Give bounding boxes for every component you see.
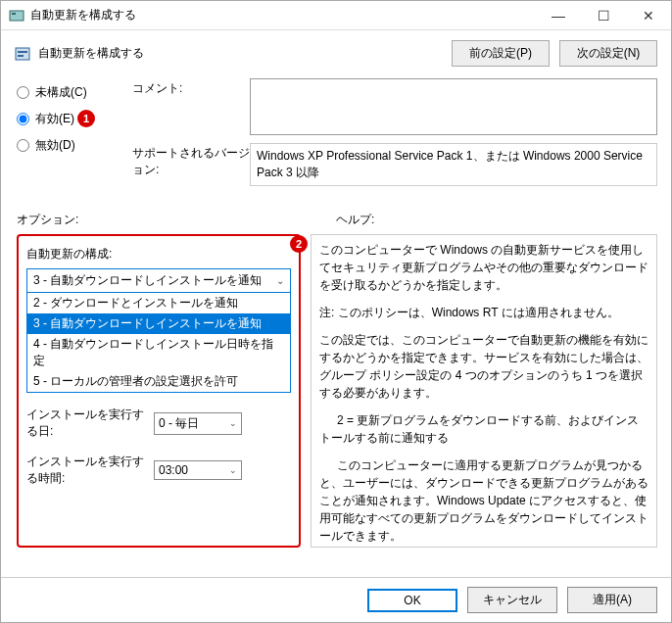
svg-rect-4 — [18, 55, 24, 57]
window-title: 自動更新を構成する — [30, 7, 536, 24]
combo-dropdown-list: 2 - ダウンロードとインストールを通知 3 - 自動ダウンロードしインストール… — [27, 292, 290, 392]
next-setting-button[interactable]: 次の設定(N) — [559, 40, 657, 67]
minimize-button[interactable]: — — [536, 1, 581, 30]
radio-not-configured-input[interactable] — [17, 86, 29, 99]
comment-label: コメント: — [132, 78, 250, 135]
help-text: 注: このポリシーは、Windows RT には適用されません。 — [319, 304, 648, 321]
titlebar: 自動更新を構成する — ☐ ✕ — [1, 1, 671, 30]
cancel-button[interactable]: キャンセル — [467, 587, 557, 613]
close-button[interactable]: ✕ — [626, 1, 671, 30]
combo-selected-value[interactable]: 3 - 自動ダウンロードしインストールを通知 ⌄ — [27, 269, 290, 292]
prev-setting-button[interactable]: 前の設定(P) — [452, 40, 550, 67]
apply-button[interactable]: 適用(A) — [567, 587, 657, 613]
ok-button[interactable]: OK — [367, 589, 457, 612]
radio-enabled-input[interactable] — [17, 113, 29, 125]
maximize-button[interactable]: ☐ — [581, 1, 626, 30]
combo-item[interactable]: 3 - 自動ダウンロードしインストールを通知 — [27, 313, 290, 334]
combo-item[interactable]: 5 - ローカルの管理者の設定選択を許可 — [27, 371, 290, 392]
auto-update-config-combo[interactable]: 3 - 自動ダウンロードしインストールを通知 ⌄ 2 - ダウンロードとインスト… — [26, 268, 291, 393]
svg-rect-2 — [16, 48, 29, 60]
svg-rect-3 — [18, 51, 27, 53]
chevron-down-icon: ⌄ — [229, 465, 237, 475]
header-row: 自動更新を構成する 前の設定(P) 次の設定(N) — [1, 30, 671, 72]
footer: OK キャンセル 適用(A) — [1, 577, 671, 622]
help-text: このコンピューターに適用する更新プログラムが見つかると、ユーザーには、ダウンロー… — [319, 456, 648, 545]
help-section-label: ヘルプ: — [336, 212, 374, 228]
radio-not-configured-label: 未構成(C) — [35, 84, 87, 101]
support-text: Windows XP Professional Service Pack 1、ま… — [250, 143, 657, 186]
install-day-value: 0 - 毎日 — [159, 415, 199, 432]
support-label: サポートされるバージョン: — [132, 143, 250, 186]
options-panel: 2 自動更新の構成: 3 - 自動ダウンロードしインストールを通知 ⌄ 2 - … — [17, 234, 301, 548]
radio-not-configured[interactable]: 未構成(C) — [17, 84, 132, 101]
combo-selected-text: 3 - 自動ダウンロードしインストールを通知 — [33, 272, 262, 289]
combo-item[interactable]: 4 - 自動ダウンロードしインストール日時を指定 — [27, 334, 290, 371]
install-day-label: インストールを実行する日: — [26, 407, 154, 440]
annotation-badge-1: 1 — [77, 110, 95, 127]
auto-update-config-label: 自動更新の構成: — [26, 246, 291, 263]
chevron-down-icon: ⌄ — [276, 275, 284, 286]
options-section-label: オプション: — [17, 212, 336, 228]
combo-item[interactable]: 2 - ダウンロードとインストールを通知 — [27, 293, 290, 313]
help-text: 2 = 更新プログラムをダウンロードする前、およびインストールする前に通知する — [319, 411, 648, 447]
annotation-badge-2: 2 — [290, 235, 308, 253]
install-time-label: インストールを実行する時間: — [26, 454, 154, 487]
radio-disabled[interactable]: 無効(D) — [17, 137, 132, 154]
radio-disabled-input[interactable] — [17, 139, 29, 152]
chevron-down-icon: ⌄ — [229, 418, 237, 428]
install-day-select[interactable]: 0 - 毎日 ⌄ — [154, 412, 242, 435]
page-title: 自動更新を構成する — [38, 45, 442, 62]
svg-rect-0 — [10, 11, 24, 21]
state-radios: 未構成(C) 有効(E) 1 無効(D) — [17, 78, 132, 194]
install-time-value: 03:00 — [159, 463, 188, 477]
install-time-select[interactable]: 03:00 ⌄ — [154, 460, 242, 480]
radio-enabled[interactable]: 有効(E) 1 — [17, 111, 132, 127]
comment-textarea[interactable] — [250, 78, 657, 135]
policy-icon — [15, 46, 30, 62]
radio-enabled-label: 有効(E) — [35, 111, 74, 127]
app-icon — [9, 8, 24, 24]
radio-disabled-label: 無効(D) — [35, 137, 75, 154]
help-text: この設定では、このコンピューターで自動更新の機能を有効にするかどうかを指定できま… — [319, 331, 648, 402]
help-text: このコンピューターで Windows の自動更新サービスを使用してセキュリティ更… — [319, 241, 648, 294]
svg-rect-1 — [12, 13, 16, 15]
help-panel[interactable]: このコンピューターで Windows の自動更新サービスを使用してセキュリティ更… — [311, 234, 657, 548]
